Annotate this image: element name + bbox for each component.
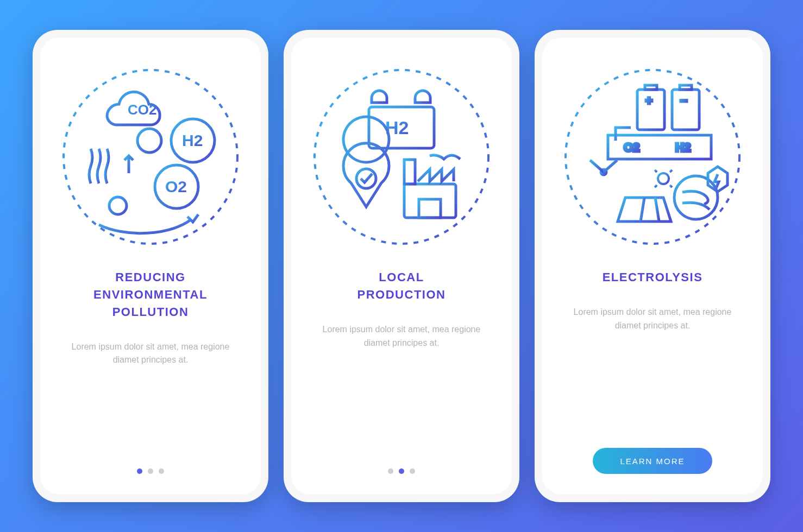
screen-title: REDUCINGENVIRONMENTALPOLLUTION (93, 269, 208, 321)
svg-line-44 (655, 170, 657, 172)
svg-line-37 (641, 198, 644, 221)
svg-text:−: − (680, 94, 687, 107)
svg-text:O2: O2 (165, 178, 187, 195)
page-dots (388, 468, 415, 474)
dot-2[interactable] (148, 468, 153, 474)
svg-text:+: + (645, 94, 653, 107)
onboarding-screen-2: H2 LOCALPRODUCTION Lorem ipsum dolor sit… (291, 37, 512, 495)
electrolysis-icon: + − O2 H2 (560, 65, 745, 249)
svg-line-45 (670, 185, 672, 187)
svg-point-0 (64, 70, 237, 244)
local-production-icon: H2 (309, 65, 494, 249)
svg-point-9 (109, 197, 127, 214)
page-dots (137, 468, 164, 474)
phone-mockup-2: H2 LOCALPRODUCTION Lorem ipsum dolor sit… (284, 30, 519, 502)
svg-rect-18 (404, 160, 415, 184)
dot-3[interactable] (410, 468, 415, 474)
svg-line-46 (670, 170, 672, 172)
svg-rect-16 (404, 184, 456, 218)
onboarding-screen-1: CO2 H2 O2 (40, 37, 261, 495)
svg-rect-24 (680, 85, 692, 90)
learn-more-button[interactable]: LEARN MORE (593, 448, 712, 474)
dot-1[interactable] (137, 468, 142, 474)
svg-line-38 (655, 198, 659, 221)
screen-body: Lorem ipsum dolor sit amet, mea regione … (555, 306, 750, 333)
svg-rect-21 (645, 85, 657, 90)
svg-rect-17 (419, 199, 441, 218)
svg-text:O2: O2 (624, 141, 639, 154)
svg-line-33 (604, 160, 617, 172)
svg-text:H2: H2 (182, 131, 203, 149)
phone-mockup-3: + − O2 H2 (535, 30, 770, 502)
svg-text:CO2: CO2 (128, 102, 156, 118)
screen-title: ELECTROLYSIS (603, 269, 703, 286)
onboarding-screen-3: + − O2 H2 (542, 37, 763, 495)
screen-body: Lorem ipsum dolor sit amet, mea regione … (53, 340, 248, 368)
svg-text:H2: H2 (675, 141, 691, 154)
svg-point-10 (315, 70, 488, 244)
screen-body: Lorem ipsum dolor sit amet, mea regione … (304, 323, 499, 350)
svg-point-39 (658, 173, 669, 184)
dot-1[interactable] (388, 468, 393, 474)
svg-point-48 (674, 176, 718, 219)
screen-title: LOCALPRODUCTION (357, 269, 446, 303)
svg-line-32 (590, 160, 604, 172)
phone-mockup-1: CO2 H2 O2 (33, 30, 268, 502)
pollution-icon: CO2 H2 O2 (58, 65, 243, 249)
svg-point-19 (566, 70, 739, 244)
dot-3[interactable] (159, 468, 164, 474)
dot-2[interactable] (399, 468, 404, 474)
svg-line-47 (655, 185, 657, 187)
